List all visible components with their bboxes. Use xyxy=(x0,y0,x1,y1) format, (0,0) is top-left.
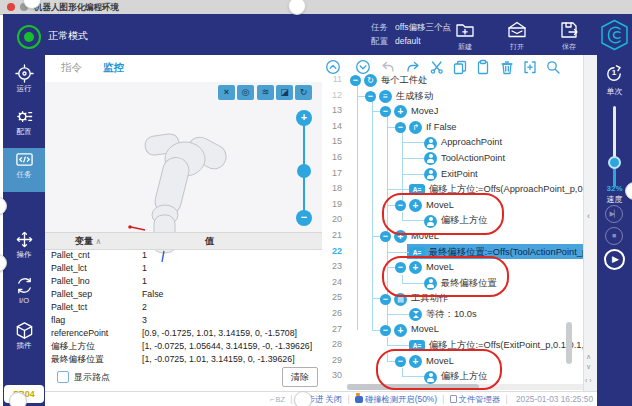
single-run-label: 单次 xyxy=(597,86,632,97)
collapse-bubble-icon[interactable] xyxy=(395,122,406,133)
step-run-button[interactable] xyxy=(605,205,623,223)
collapse-bubble-icon[interactable] xyxy=(380,106,391,117)
sidebar-label: 插件 xyxy=(3,341,45,351)
sort-ascending-icon[interactable] xyxy=(96,237,102,246)
tools-icon[interactable] xyxy=(218,85,235,100)
tree-node-wait[interactable]: 等待：10.0s xyxy=(347,306,583,322)
variable-row[interactable]: Pallet_sepFalse xyxy=(45,288,322,301)
clear-button[interactable]: 清除 xyxy=(282,367,318,387)
sidebar-item-io[interactable]: I/O xyxy=(3,274,45,318)
line-number: 25 xyxy=(322,290,347,306)
variable-row[interactable]: Pallet_lno1 xyxy=(45,275,322,288)
tree-node-label: 等待：10.0s xyxy=(426,309,477,319)
variable-row[interactable]: Pallet_lct1 xyxy=(45,262,322,275)
move-icon xyxy=(394,324,407,337)
variable-value: 3 xyxy=(142,314,147,327)
line-number: 22 xyxy=(322,244,347,260)
variable-name: Pallet_lct xyxy=(51,262,87,275)
close-window-icon[interactable] xyxy=(7,3,15,11)
tree-node-label: 生成移动 xyxy=(396,91,433,101)
tree-node-label: 每个工件处 xyxy=(381,75,427,85)
line-number: 11 xyxy=(322,72,347,88)
stop-button[interactable] xyxy=(605,227,623,245)
tree-node-waypoint[interactable]: ApproachPoint xyxy=(347,134,583,150)
tab-instruction[interactable]: 指令 xyxy=(61,61,82,75)
collapse-panel-icon[interactable]: ‹ xyxy=(587,211,590,221)
eye-visibility-icon[interactable] xyxy=(237,85,254,100)
line-number: 27 xyxy=(322,322,347,338)
play-button[interactable] xyxy=(604,249,625,270)
tree-node-movel[interactable]: MoveL xyxy=(347,322,583,338)
monitor-tabs: 指令 监控 xyxy=(45,55,322,83)
sidebar-item-config[interactable]: 配置 xyxy=(3,105,45,149)
io-cycle-icon xyxy=(15,276,34,295)
move-arrows-icon xyxy=(15,230,34,249)
collapse-bubble-icon[interactable] xyxy=(380,231,391,242)
variable-row[interactable]: Pallet_cnt1 xyxy=(45,249,322,262)
variable-row[interactable]: Pallet_tct2 xyxy=(45,301,322,314)
run-control-panel: 1 单次 32% 速度 xyxy=(597,14,632,406)
tree-node-label: ToolActionPoint xyxy=(441,153,505,163)
line-number: 14 xyxy=(322,119,347,135)
tree-node-waypoint[interactable]: ExitPoint xyxy=(347,166,583,182)
tree-node-foreach[interactable]: 每个工件处 xyxy=(347,72,583,88)
tree-vertical-scrollbar[interactable] xyxy=(566,322,572,364)
zoom-in-button[interactable]: + xyxy=(296,110,312,126)
tree-node-waypoint[interactable]: ToolActionPoint xyxy=(347,150,583,166)
open-task-button[interactable]: 打开 xyxy=(495,19,539,52)
variable-row[interactable]: 偏移上方位[1, -0.0725, 1.05644, 3.14159, -0, … xyxy=(45,340,322,353)
collision-robot-icon xyxy=(355,396,363,403)
sidebar-item-task[interactable]: 任务 xyxy=(3,148,45,192)
variable-name: Pallet_lno xyxy=(51,275,90,288)
variable-row[interactable]: flag3 xyxy=(45,314,322,327)
line-number: 12 xyxy=(322,88,347,104)
red-annotation-oval xyxy=(382,193,504,235)
sidebar-item-run[interactable]: 运行 xyxy=(3,62,45,106)
zoom-out-button[interactable]: − xyxy=(296,210,312,226)
config-value: default xyxy=(395,36,421,46)
reset-view-icon[interactable] xyxy=(295,85,312,100)
tree-node-if[interactable]: If False xyxy=(347,119,583,135)
zoom-slider-handle[interactable] xyxy=(297,164,311,178)
plugin-cube-icon xyxy=(15,321,34,340)
collapse-bubble-icon[interactable] xyxy=(365,91,376,102)
eraser-icon[interactable] xyxy=(276,85,293,100)
collapse-bubble-icon[interactable] xyxy=(380,294,391,305)
scroll-left-right-icon[interactable]: ‹ › xyxy=(585,377,592,384)
line-number: 20 xyxy=(322,212,347,228)
scroll-up-icon[interactable]: ∧ xyxy=(586,353,591,361)
collision-detection-status[interactable]: 碰撞检测开启(50%) xyxy=(355,394,437,404)
speed-slider-handle[interactable] xyxy=(608,156,621,169)
speed-slider-track[interactable] xyxy=(613,106,616,162)
gear-icon xyxy=(15,107,34,126)
variable-value: 1 xyxy=(142,262,147,275)
collapse-bubble-icon[interactable] xyxy=(380,325,391,336)
show-waypoints-checkbox[interactable] xyxy=(57,371,69,383)
tree-node-genmove[interactable]: 生成移动 xyxy=(347,88,583,104)
mode-indicator-icon xyxy=(17,25,41,49)
loop-icon xyxy=(364,74,377,87)
variables-name-header[interactable]: 变量 xyxy=(75,236,93,246)
line-number: 24 xyxy=(322,275,347,291)
file-icon xyxy=(450,395,457,403)
save-task-button[interactable]: 保存 xyxy=(547,19,591,52)
sidebar-item-plugin[interactable]: 插件 xyxy=(3,319,45,363)
save-button-label: 保存 xyxy=(547,42,591,52)
sidebar-item-operate[interactable]: 操作 xyxy=(3,228,45,272)
screen-artifact xyxy=(9,392,27,406)
scroll-down-icon[interactable]: ∨ xyxy=(586,363,591,371)
variable-value: [1, -0.0725, 1.05644, 3.14159, -0, -1.39… xyxy=(142,340,312,353)
joints-icon[interactable] xyxy=(257,85,274,100)
collapse-bubble-icon[interactable] xyxy=(350,75,361,86)
line-number: 26 xyxy=(322,306,347,322)
variable-row[interactable]: referencePoint[0.9, -0.1725, 1.01, 3.141… xyxy=(45,327,322,340)
robot-3d-view[interactable]: + − xyxy=(45,82,322,233)
tree-node-movej[interactable]: MoveJ xyxy=(347,103,583,119)
task-config-info: 任务offs偏移三个点 配置default xyxy=(371,20,451,48)
new-task-button[interactable]: 新建 xyxy=(443,19,487,52)
file-manager-link[interactable]: 文件管理器 xyxy=(450,394,500,404)
new-button-label: 新建 xyxy=(443,42,487,52)
variable-name: Pallet_tct xyxy=(51,301,87,314)
tab-monitor[interactable]: 监控 xyxy=(103,61,124,75)
variables-value-header: 值 xyxy=(205,233,214,249)
